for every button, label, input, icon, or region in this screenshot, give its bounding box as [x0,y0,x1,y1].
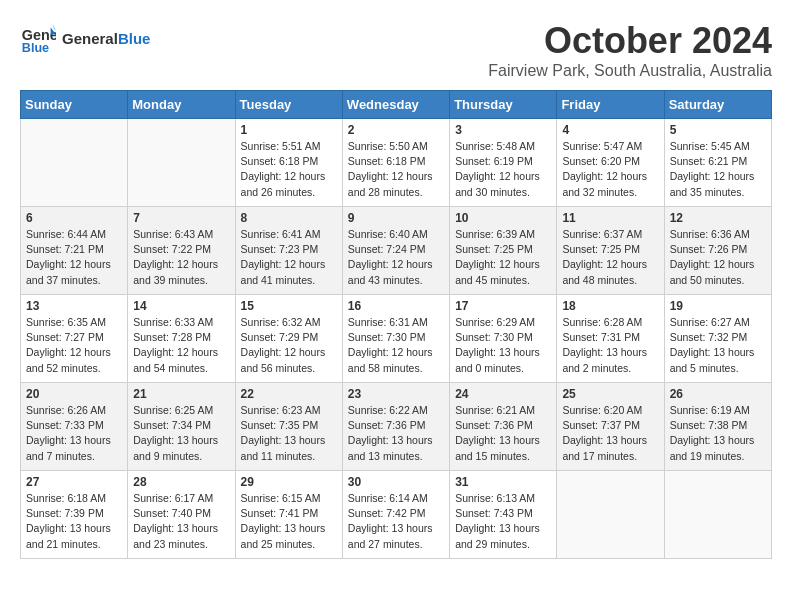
calendar-cell: 17Sunrise: 6:29 AM Sunset: 7:30 PM Dayli… [450,295,557,383]
calendar-cell: 26Sunrise: 6:19 AM Sunset: 7:38 PM Dayli… [664,383,771,471]
cell-info: Sunrise: 6:44 AM Sunset: 7:21 PM Dayligh… [26,227,122,288]
day-number: 19 [670,299,766,313]
cell-info: Sunrise: 6:43 AM Sunset: 7:22 PM Dayligh… [133,227,229,288]
col-header-saturday: Saturday [664,91,771,119]
col-header-tuesday: Tuesday [235,91,342,119]
cell-info: Sunrise: 6:27 AM Sunset: 7:32 PM Dayligh… [670,315,766,376]
day-number: 8 [241,211,337,225]
location-subtitle: Fairview Park, South Australia, Australi… [488,62,772,80]
calendar-cell: 21Sunrise: 6:25 AM Sunset: 7:34 PM Dayli… [128,383,235,471]
day-number: 31 [455,475,551,489]
cell-info: Sunrise: 6:36 AM Sunset: 7:26 PM Dayligh… [670,227,766,288]
calendar-cell: 11Sunrise: 6:37 AM Sunset: 7:25 PM Dayli… [557,207,664,295]
calendar-cell: 24Sunrise: 6:21 AM Sunset: 7:36 PM Dayli… [450,383,557,471]
calendar-cell: 22Sunrise: 6:23 AM Sunset: 7:35 PM Dayli… [235,383,342,471]
day-number: 11 [562,211,658,225]
cell-info: Sunrise: 6:23 AM Sunset: 7:35 PM Dayligh… [241,403,337,464]
calendar-cell: 18Sunrise: 6:28 AM Sunset: 7:31 PM Dayli… [557,295,664,383]
day-number: 27 [26,475,122,489]
day-number: 9 [348,211,444,225]
logo-icon: General Blue [20,20,56,56]
calendar-cell [664,471,771,559]
day-number: 5 [670,123,766,137]
calendar-week-row: 20Sunrise: 6:26 AM Sunset: 7:33 PM Dayli… [21,383,772,471]
cell-info: Sunrise: 6:14 AM Sunset: 7:42 PM Dayligh… [348,491,444,552]
calendar-cell: 13Sunrise: 6:35 AM Sunset: 7:27 PM Dayli… [21,295,128,383]
calendar-cell: 8Sunrise: 6:41 AM Sunset: 7:23 PM Daylig… [235,207,342,295]
cell-info: Sunrise: 6:37 AM Sunset: 7:25 PM Dayligh… [562,227,658,288]
calendar-cell: 3Sunrise: 5:48 AM Sunset: 6:19 PM Daylig… [450,119,557,207]
day-number: 10 [455,211,551,225]
calendar-table: SundayMondayTuesdayWednesdayThursdayFrid… [20,90,772,559]
cell-info: Sunrise: 6:26 AM Sunset: 7:33 PM Dayligh… [26,403,122,464]
calendar-cell: 28Sunrise: 6:17 AM Sunset: 7:40 PM Dayli… [128,471,235,559]
calendar-cell: 30Sunrise: 6:14 AM Sunset: 7:42 PM Dayli… [342,471,449,559]
day-number: 16 [348,299,444,313]
calendar-cell: 2Sunrise: 5:50 AM Sunset: 6:18 PM Daylig… [342,119,449,207]
calendar-header-row: SundayMondayTuesdayWednesdayThursdayFrid… [21,91,772,119]
logo: General Blue GeneralBlue [20,20,150,56]
cell-info: Sunrise: 5:48 AM Sunset: 6:19 PM Dayligh… [455,139,551,200]
cell-info: Sunrise: 6:31 AM Sunset: 7:30 PM Dayligh… [348,315,444,376]
day-number: 1 [241,123,337,137]
calendar-week-row: 6Sunrise: 6:44 AM Sunset: 7:21 PM Daylig… [21,207,772,295]
calendar-cell: 23Sunrise: 6:22 AM Sunset: 7:36 PM Dayli… [342,383,449,471]
cell-info: Sunrise: 6:19 AM Sunset: 7:38 PM Dayligh… [670,403,766,464]
col-header-wednesday: Wednesday [342,91,449,119]
day-number: 28 [133,475,229,489]
cell-info: Sunrise: 6:40 AM Sunset: 7:24 PM Dayligh… [348,227,444,288]
day-number: 20 [26,387,122,401]
calendar-cell: 7Sunrise: 6:43 AM Sunset: 7:22 PM Daylig… [128,207,235,295]
day-number: 3 [455,123,551,137]
calendar-cell: 9Sunrise: 6:40 AM Sunset: 7:24 PM Daylig… [342,207,449,295]
col-header-friday: Friday [557,91,664,119]
day-number: 21 [133,387,229,401]
title-block: October 2024 Fairview Park, South Austra… [488,20,772,80]
day-number: 13 [26,299,122,313]
calendar-cell: 20Sunrise: 6:26 AM Sunset: 7:33 PM Dayli… [21,383,128,471]
calendar-cell: 16Sunrise: 6:31 AM Sunset: 7:30 PM Dayli… [342,295,449,383]
calendar-week-row: 1Sunrise: 5:51 AM Sunset: 6:18 PM Daylig… [21,119,772,207]
calendar-cell: 4Sunrise: 5:47 AM Sunset: 6:20 PM Daylig… [557,119,664,207]
day-number: 18 [562,299,658,313]
cell-info: Sunrise: 6:21 AM Sunset: 7:36 PM Dayligh… [455,403,551,464]
cell-info: Sunrise: 6:39 AM Sunset: 7:25 PM Dayligh… [455,227,551,288]
day-number: 4 [562,123,658,137]
col-header-thursday: Thursday [450,91,557,119]
cell-info: Sunrise: 6:28 AM Sunset: 7:31 PM Dayligh… [562,315,658,376]
calendar-cell: 25Sunrise: 6:20 AM Sunset: 7:37 PM Dayli… [557,383,664,471]
calendar-cell [128,119,235,207]
page-header: General Blue GeneralBlue October 2024 Fa… [20,20,772,80]
calendar-cell: 31Sunrise: 6:13 AM Sunset: 7:43 PM Dayli… [450,471,557,559]
day-number: 30 [348,475,444,489]
calendar-cell: 12Sunrise: 6:36 AM Sunset: 7:26 PM Dayli… [664,207,771,295]
cell-info: Sunrise: 6:17 AM Sunset: 7:40 PM Dayligh… [133,491,229,552]
cell-info: Sunrise: 6:25 AM Sunset: 7:34 PM Dayligh… [133,403,229,464]
logo-name: GeneralBlue [62,30,150,47]
cell-info: Sunrise: 6:33 AM Sunset: 7:28 PM Dayligh… [133,315,229,376]
cell-info: Sunrise: 6:13 AM Sunset: 7:43 PM Dayligh… [455,491,551,552]
cell-info: Sunrise: 6:15 AM Sunset: 7:41 PM Dayligh… [241,491,337,552]
day-number: 12 [670,211,766,225]
cell-info: Sunrise: 5:50 AM Sunset: 6:18 PM Dayligh… [348,139,444,200]
calendar-week-row: 27Sunrise: 6:18 AM Sunset: 7:39 PM Dayli… [21,471,772,559]
cell-info: Sunrise: 6:20 AM Sunset: 7:37 PM Dayligh… [562,403,658,464]
cell-info: Sunrise: 5:45 AM Sunset: 6:21 PM Dayligh… [670,139,766,200]
day-number: 24 [455,387,551,401]
calendar-cell: 10Sunrise: 6:39 AM Sunset: 7:25 PM Dayli… [450,207,557,295]
day-number: 6 [26,211,122,225]
cell-info: Sunrise: 6:18 AM Sunset: 7:39 PM Dayligh… [26,491,122,552]
cell-info: Sunrise: 6:35 AM Sunset: 7:27 PM Dayligh… [26,315,122,376]
day-number: 15 [241,299,337,313]
cell-info: Sunrise: 6:32 AM Sunset: 7:29 PM Dayligh… [241,315,337,376]
day-number: 14 [133,299,229,313]
day-number: 7 [133,211,229,225]
calendar-cell [557,471,664,559]
day-number: 22 [241,387,337,401]
calendar-cell: 29Sunrise: 6:15 AM Sunset: 7:41 PM Dayli… [235,471,342,559]
calendar-cell: 19Sunrise: 6:27 AM Sunset: 7:32 PM Dayli… [664,295,771,383]
calendar-week-row: 13Sunrise: 6:35 AM Sunset: 7:27 PM Dayli… [21,295,772,383]
calendar-cell: 1Sunrise: 5:51 AM Sunset: 6:18 PM Daylig… [235,119,342,207]
month-title: October 2024 [488,20,772,62]
day-number: 2 [348,123,444,137]
